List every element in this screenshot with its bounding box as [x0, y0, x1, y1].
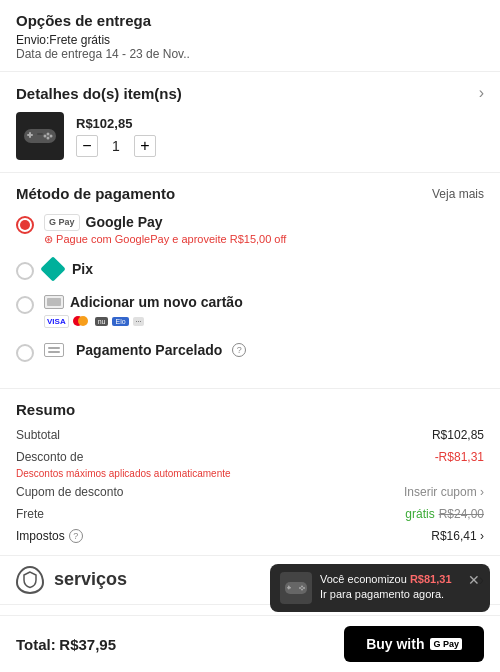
discount-label: Desconto de	[16, 450, 83, 464]
installment-line-1	[48, 347, 60, 349]
item-details-header[interactable]: Detalhes do(s) item(ns) ›	[16, 84, 484, 102]
shield-icon	[16, 566, 44, 594]
impostos-label: Impostos	[16, 529, 65, 543]
svg-rect-10	[288, 586, 290, 590]
frete-row: Frete grátis R$24,00	[16, 507, 484, 521]
card-icon-inner	[47, 298, 61, 306]
item-details-title: Detalhes do(s) item(ns)	[16, 85, 182, 102]
info-icon[interactable]: ?	[232, 343, 246, 357]
impostos-row: Impostos ? R$16,41 ›	[16, 529, 484, 543]
gpay-name-row: G Pay Google Pay	[44, 214, 286, 231]
card-icon	[44, 295, 64, 309]
subtotal-label: Subtotal	[16, 428, 60, 442]
payment-option-installment[interactable]: Pagamento Parcelado ?	[16, 342, 484, 362]
summary-section: Resumo Subtotal R$102,85 Desconto de -R$…	[0, 389, 500, 556]
frete-label: Frete	[16, 507, 44, 521]
coupon-insert: Inserir cupom ›	[404, 485, 484, 499]
radio-installment	[16, 344, 34, 362]
buy-button[interactable]: Buy with G Pay	[344, 626, 484, 662]
payment-option-new-card[interactable]: Adicionar um novo cartão VISA nu Elo ···	[16, 294, 484, 328]
delivery-section: Opções de entrega Envio:Frete grátis Dat…	[0, 0, 500, 72]
payment-title: Método de pagamento	[16, 185, 175, 202]
svg-rect-2	[29, 132, 31, 138]
item-price: R$102,85	[76, 116, 156, 131]
toast-gamepad-icon	[284, 580, 308, 596]
frete-value-block: grátis R$24,00	[405, 507, 484, 521]
impostos-info-icon[interactable]: ?	[69, 529, 83, 543]
gpay-white-badge: G Pay	[430, 638, 462, 650]
coupon-row[interactable]: Cupom de desconto Inserir cupom ›	[16, 485, 484, 499]
toast-image	[280, 572, 312, 604]
toast-prefix: Você economizou	[320, 573, 407, 585]
coupon-label: Cupom de desconto	[16, 485, 123, 499]
discount-row: Desconto de -R$81,31	[16, 450, 484, 464]
pix-name: Pix	[72, 261, 93, 277]
shield-svg	[22, 571, 38, 589]
gpay-label-block: G Pay Google Pay ⊛ Pague com GooglePay e…	[44, 214, 286, 246]
radio-new-card	[16, 296, 34, 314]
payment-option-pix[interactable]: Pix	[16, 260, 484, 280]
impostos-val: R$16,41	[431, 529, 476, 543]
svg-point-12	[303, 587, 305, 589]
delivery-date: Data de entrega 14 - 23 de Nov..	[16, 47, 484, 61]
discount-sub: Descontos máximos aplicados automaticame…	[16, 468, 484, 479]
item-row: R$102,85 − 1 +	[16, 112, 484, 160]
svg-point-13	[299, 587, 301, 589]
payment-option-googlepay[interactable]: G Pay Google Pay ⊛ Pague com GooglePay e…	[16, 214, 484, 246]
frete-original: R$24,00	[439, 507, 484, 521]
gpay-name: Google Pay	[86, 214, 163, 230]
shipping-prefix: Envio:	[16, 33, 49, 47]
payment-section: Método de pagamento Veja mais G Pay Goog…	[0, 173, 500, 389]
svg-rect-7	[37, 133, 43, 135]
toast-notification: Você economizou R$81,31 Ir para pagament…	[270, 564, 490, 612]
chevron-right-icon: ›	[479, 84, 484, 102]
card-label-block: Adicionar um novo cartão VISA nu Elo ···	[44, 294, 243, 328]
quantity-value: 1	[108, 138, 124, 154]
other-brand: ···	[133, 317, 145, 326]
delivery-shipping: Envio:Frete grátis	[16, 33, 484, 47]
visa-icon: VISA	[44, 315, 69, 328]
gpay-promo: ⊛ Pague com GooglePay e aproveite R$15,0…	[44, 233, 286, 246]
radio-googlepay	[16, 216, 34, 234]
quantity-control: − 1 +	[76, 135, 156, 157]
quantity-increase-button[interactable]: +	[134, 135, 156, 157]
promo-icon: ⊛	[44, 233, 56, 245]
svg-point-11	[301, 586, 303, 588]
svg-point-6	[47, 137, 50, 140]
elo-brand: Elo	[112, 317, 128, 326]
impostos-label-block: Impostos ?	[16, 529, 83, 543]
pix-icon	[40, 256, 65, 281]
pix-wrapper: Pix	[44, 260, 93, 278]
item-details-section: Detalhes do(s) item(ns) › R$102,85	[0, 72, 500, 173]
toast-amount: R$81,31	[410, 573, 452, 585]
toast-close-button[interactable]: ✕	[468, 572, 480, 588]
installment-line-2	[48, 351, 60, 353]
svg-point-5	[44, 135, 47, 138]
radio-inner	[20, 220, 30, 230]
gpay-promo-text: Pague com GooglePay e aproveite R$15,00 …	[56, 233, 286, 245]
nubank-brand: nu	[95, 317, 109, 326]
card-name-row: Adicionar um novo cartão	[44, 294, 243, 310]
installment-name: Pagamento Parcelado	[76, 342, 222, 358]
card-name: Adicionar um novo cartão	[70, 294, 243, 310]
impostos-value: R$16,41 ›	[431, 529, 484, 543]
discount-value: -R$81,31	[435, 450, 484, 464]
svg-point-3	[47, 133, 50, 136]
svg-point-14	[301, 589, 303, 591]
quantity-decrease-button[interactable]: −	[76, 135, 98, 157]
services-label: serviços	[54, 569, 127, 590]
card-brands: VISA nu Elo ···	[44, 315, 243, 328]
see-more-link[interactable]: Veja mais	[432, 187, 484, 201]
installment-name-row: Pagamento Parcelado ?	[44, 342, 246, 358]
subtotal-value: R$102,85	[432, 428, 484, 442]
shipping-free-label: Frete grátis	[49, 33, 110, 47]
item-info: R$102,85 − 1 +	[76, 116, 156, 157]
installment-lines	[48, 347, 60, 353]
payment-header: Método de pagamento Veja mais	[16, 185, 484, 202]
coupon-insert-text: Inserir cupom	[404, 485, 477, 499]
mastercard-icon	[73, 315, 91, 327]
item-image	[16, 112, 64, 160]
installment-icon	[44, 343, 64, 357]
svg-point-4	[50, 135, 53, 138]
radio-pix	[16, 262, 34, 280]
